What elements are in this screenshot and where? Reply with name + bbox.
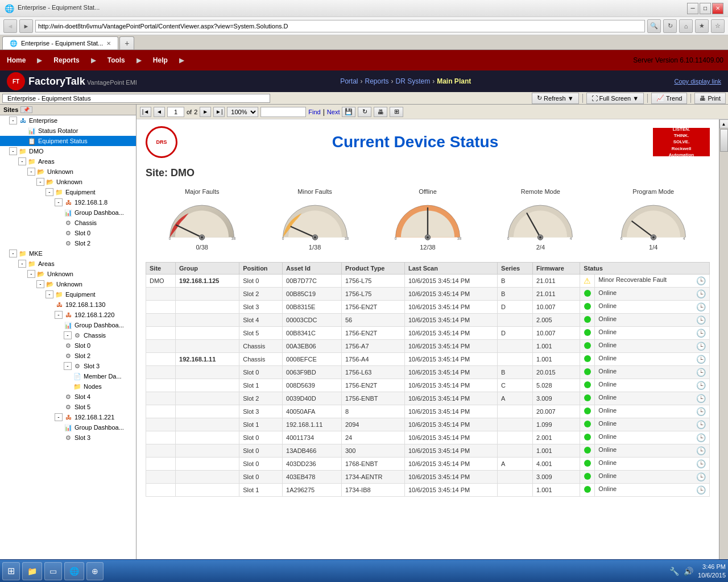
history-icon[interactable]: 🕒 bbox=[696, 446, 706, 455]
history-icon[interactable]: 🕒 bbox=[696, 459, 706, 468]
next-page-button[interactable]: ► bbox=[200, 107, 211, 117]
prev-page-button[interactable]: ◄ bbox=[154, 107, 165, 117]
tree-item-chassis-220[interactable]: - ⚙ Chassis bbox=[0, 330, 136, 340]
history-icon[interactable]: 🕒 bbox=[696, 302, 706, 311]
tree-item-member-da[interactable]: 📄 Member Da... bbox=[0, 371, 136, 381]
copy-display-link[interactable]: Copy display link bbox=[674, 78, 721, 85]
tree-item-ip-221[interactable]: - 🖧 192.168.1.221 bbox=[0, 412, 136, 422]
tree-item-group-dash-1[interactable]: 📊 Group Dashboa... bbox=[0, 207, 136, 218]
right-scrollbar[interactable]: ▲ ▼ bbox=[719, 119, 728, 582]
new-tab-button[interactable]: + bbox=[119, 36, 134, 49]
trend-button[interactable]: 📈 Trend bbox=[651, 93, 687, 104]
tree-item-slot0-220[interactable]: ⚙ Slot 0 bbox=[0, 340, 136, 351]
tree-item-mke-areas[interactable]: - 📁 Areas bbox=[0, 259, 136, 269]
find-button[interactable]: Find bbox=[308, 109, 320, 115]
tree-item-status-rotator[interactable]: 📊 Status Rotator bbox=[0, 126, 136, 136]
history-icon[interactable]: 🕒 bbox=[696, 394, 706, 403]
history-icon[interactable]: 🕒 bbox=[696, 472, 706, 481]
history-icon[interactable]: 🕒 bbox=[696, 329, 706, 338]
forward-button[interactable]: ► bbox=[19, 19, 33, 33]
nav-home[interactable]: Home bbox=[5, 55, 28, 65]
tree-item-equipment-status[interactable]: 📋 Equipment Status bbox=[0, 136, 136, 146]
start-button[interactable]: ⊞ bbox=[2, 562, 20, 580]
history-icon[interactable]: 🕒 bbox=[696, 276, 706, 285]
tree-item-unknown2[interactable]: - 📂 Unknown bbox=[0, 177, 136, 187]
first-page-button[interactable]: |◄ bbox=[140, 107, 151, 117]
export-button[interactable]: 💾 bbox=[342, 107, 355, 117]
minimize-button[interactable]: ─ bbox=[687, 3, 698, 14]
tree-item-mke-equipment[interactable]: - 📁 Equipment bbox=[0, 289, 136, 300]
history-icon[interactable]: 🕒 bbox=[696, 368, 706, 377]
taskbar-window[interactable]: ▭ bbox=[44, 562, 62, 580]
tree-item-ip-220[interactable]: - 🖧 192.168.1.220 bbox=[0, 310, 136, 320]
tree-item-nodes[interactable]: 📁 Nodes bbox=[0, 381, 136, 392]
search-button[interactable]: 🔍 bbox=[647, 19, 661, 33]
tree-item-enterprise[interactable]: - 🖧 Enterprise bbox=[0, 115, 136, 126]
info-button[interactable]: 🖶 bbox=[374, 107, 387, 117]
next-find-button[interactable]: Next bbox=[327, 109, 340, 115]
nav-help[interactable]: Help bbox=[151, 55, 170, 65]
history-icon[interactable]: 🕒 bbox=[696, 289, 706, 298]
history-icon[interactable]: 🕒 bbox=[696, 433, 706, 442]
zoom-select[interactable]: 100% 50% 75% 125% 150% 200% bbox=[227, 107, 258, 117]
browser-tab[interactable]: 🌐 Enterprise - Equipment Stat... ✕ bbox=[2, 36, 118, 49]
tree-item-mke[interactable]: - 📁 MKE bbox=[0, 248, 136, 259]
scroll-up-button[interactable]: ▲ bbox=[719, 119, 729, 128]
refresh-browser-button[interactable]: ↻ bbox=[663, 19, 677, 33]
tree-item-dmo-unknown[interactable]: - 📂 Unknown bbox=[0, 167, 136, 177]
history-icon[interactable]: 🕒 bbox=[696, 407, 706, 416]
tree-item-ip-1[interactable]: - 🖧 192.168.1.8 bbox=[0, 197, 136, 207]
fullscreen-button[interactable]: ⛶ Full Screen ▼ bbox=[586, 93, 644, 104]
breadcrumb-dr-system[interactable]: DR System bbox=[396, 77, 431, 85]
tree-item-slot2-220[interactable]: ⚙ Slot 2 bbox=[0, 351, 136, 361]
tree-item-slot0-1[interactable]: ⚙ Slot 0 bbox=[0, 228, 136, 238]
tree-item-mke-unknown[interactable]: - 📂 Unknown bbox=[0, 269, 136, 279]
breadcrumb-portal[interactable]: Portal bbox=[340, 77, 358, 85]
cell-last-scan: 10/6/2015 3:45:14 PM bbox=[404, 418, 497, 431]
bookmark-button[interactable]: ☆ bbox=[711, 19, 725, 33]
tab-close-button[interactable]: ✕ bbox=[106, 40, 111, 47]
tree-item-slot2-1[interactable]: ⚙ Slot 2 bbox=[0, 238, 136, 248]
tree-item-dmo-areas[interactable]: - 📁 Areas bbox=[0, 156, 136, 167]
last-page-button[interactable]: ►| bbox=[213, 107, 225, 117]
back-button[interactable]: ◄ bbox=[3, 19, 17, 33]
taskbar-ie[interactable]: ⊕ bbox=[86, 562, 104, 580]
page-number-input[interactable] bbox=[167, 107, 184, 117]
tree-item-dmo[interactable]: - 📁 DMO bbox=[0, 146, 136, 156]
maximize-button[interactable]: □ bbox=[700, 3, 711, 14]
history-icon[interactable]: 🕒 bbox=[696, 355, 706, 364]
home-button[interactable]: ⌂ bbox=[679, 19, 693, 33]
tree-item-slot3-220[interactable]: - ⚙ Slot 3 bbox=[0, 361, 136, 371]
breadcrumb-reports[interactable]: Reports bbox=[365, 77, 388, 85]
nav-reports[interactable]: Reports bbox=[51, 55, 81, 65]
refresh-button[interactable]: ↻ Refresh ▼ bbox=[532, 93, 578, 104]
taskbar-file-explorer[interactable]: 📁 bbox=[22, 562, 42, 580]
history-icon[interactable]: 🕒 bbox=[696, 315, 706, 325]
scroll-thumb[interactable] bbox=[720, 129, 728, 152]
history-icon[interactable]: 🕒 bbox=[696, 342, 706, 351]
tree-item-group-dash-220[interactable]: 📊 Group Dashboa... bbox=[0, 320, 136, 330]
history-icon[interactable]: 🕒 bbox=[696, 420, 706, 429]
refresh-content-button[interactable]: ↻ bbox=[358, 107, 371, 117]
tree-item-slot4[interactable]: ⚙ Slot 4 bbox=[0, 392, 136, 402]
sites-tab-label[interactable]: Sites bbox=[3, 106, 18, 113]
cell-last-scan: 10/6/2015 3:45:14 PM bbox=[404, 379, 497, 392]
tree-item-ip-130[interactable]: 🖧 192.168.1.130 bbox=[0, 300, 136, 310]
tree-item-slot3-221[interactable]: ⚙ Slot 3 bbox=[0, 433, 136, 443]
tree-item-equipment[interactable]: - 📁 Equipment bbox=[0, 187, 136, 197]
tree-item-group-dash-221[interactable]: 📊 Group Dashboa... bbox=[0, 422, 136, 433]
tree-item-chassis-1[interactable]: ⚙ Chassis bbox=[0, 218, 136, 228]
nav-tools[interactable]: Tools bbox=[105, 55, 127, 65]
close-button[interactable]: ✕ bbox=[712, 3, 723, 14]
cell-series bbox=[498, 418, 533, 431]
history-icon[interactable]: 🕒 bbox=[696, 485, 706, 494]
address-input[interactable] bbox=[35, 20, 645, 32]
find-input[interactable] bbox=[260, 107, 306, 117]
star-button[interactable]: ★ bbox=[695, 19, 709, 33]
taskbar-browser[interactable]: 🌐 bbox=[64, 562, 84, 580]
print-button[interactable]: 🖶 Print bbox=[694, 93, 726, 104]
tree-item-mke-unknown2[interactable]: - 📂 Unknown bbox=[0, 279, 136, 289]
tree-item-slot5[interactable]: ⚙ Slot 5 bbox=[0, 402, 136, 412]
history-icon[interactable]: 🕒 bbox=[696, 381, 706, 390]
grid-button[interactable]: ⊞ bbox=[390, 107, 403, 117]
